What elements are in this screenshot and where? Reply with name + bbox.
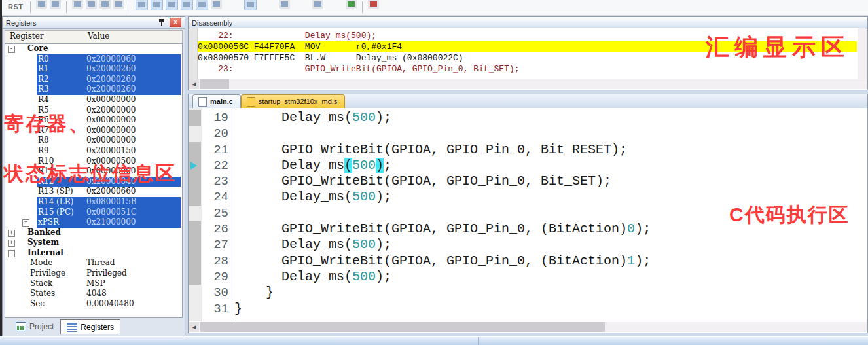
expand-icon[interactable]: + — [8, 240, 15, 247]
run-icon[interactable] — [50, 0, 61, 9]
register-row[interactable]: +Banked — [5, 228, 182, 238]
memory-window-icon[interactable] — [244, 0, 257, 10]
tab-startup-asm[interactable]: startup_stm32f10x_md.s — [241, 94, 345, 108]
expand-icon[interactable]: + — [22, 219, 29, 227]
register-name: R1 — [38, 64, 49, 75]
register-value: 0x20000660 — [86, 187, 136, 197]
register-row[interactable]: R13 (SP)0x20000660 — [5, 187, 182, 197]
editor-line[interactable]: 27 Delay_ms(500); — [189, 237, 858, 253]
register-row[interactable]: R14 (LR)0x0800015B — [5, 197, 182, 208]
scrollbar-thumb[interactable] — [200, 322, 605, 332]
collapse-icon[interactable]: - — [8, 46, 15, 53]
reset-button[interactable]: RST — [8, 3, 24, 10]
editor-line[interactable]: 21 GPIO_WriteBit(GPIOA, GPIO_Pin_0, Bit_… — [189, 142, 858, 158]
editor-line[interactable]: 29 Delay_ms(500); — [189, 269, 858, 285]
symbol-window-icon[interactable] — [166, 0, 178, 10]
register-row[interactable]: R40x00000000 — [5, 95, 182, 105]
download-icon[interactable] — [36, 0, 47, 9]
registers-column-header[interactable]: Register Value — [5, 30, 183, 43]
register-row[interactable]: PrivilegePrivileged — [5, 268, 182, 279]
register-name: R0 — [38, 54, 49, 65]
tab-registers-label: Registers — [81, 323, 114, 332]
step-out-icon[interactable] — [99, 0, 111, 9]
register-row[interactable]: -Internal — [5, 248, 182, 259]
scroll-left-icon[interactable]: ◄ — [189, 79, 199, 89]
close-icon[interactable]: x — [170, 18, 181, 27]
run-to-cursor-icon[interactable] — [113, 0, 124, 9]
system-viewer-icon[interactable] — [346, 0, 357, 9]
line-number: 19 — [202, 110, 228, 126]
register-row[interactable]: R30x20000260 — [5, 84, 182, 95]
line-number: 31 — [202, 301, 228, 317]
editor-line[interactable]: 28 GPIO_WriteBit(GPIOA, GPIO_Pin_0, (Bit… — [189, 253, 858, 269]
watch-window-icon[interactable] — [211, 0, 222, 9]
disassembly-line[interactable]: 23: GPIO_WriteBit(GPIOA, GPIO_Pin_0, Bit… — [198, 64, 857, 75]
step-into-icon[interactable] — [72, 0, 83, 9]
register-name: R14 (LR) — [38, 197, 74, 208]
register-row[interactable]: States4048 — [5, 289, 182, 299]
call-stack-icon[interactable] — [196, 0, 208, 10]
line-number: 24 — [202, 189, 228, 205]
register-row[interactable]: R15 (PC)0x0800051C — [5, 208, 182, 218]
editor-line[interactable]: 23 GPIO_WriteBit(GPIOA, GPIO_Pin_0, Bit_… — [189, 173, 858, 189]
register-name: R4 — [38, 95, 49, 105]
register-value: MSP — [86, 279, 105, 289]
project-icon — [16, 322, 26, 331]
line-number: 30 — [202, 285, 228, 300]
help-icon[interactable] — [368, 0, 379, 9]
code-text: GPIO_WriteBit(GPIOA, GPIO_Pin_0, (BitAct… — [234, 253, 651, 269]
scrollbar-thumb[interactable] — [200, 79, 229, 89]
editor-line[interactable]: 20 — [189, 126, 858, 141]
status-bar-divider — [478, 337, 479, 345]
register-value: 4048 — [86, 289, 107, 299]
code-text: Delay_ms(500); — [234, 269, 391, 285]
register-row[interactable]: ModeThread — [5, 258, 182, 268]
editor-line[interactable]: 22 Delay_ms(500); — [189, 158, 858, 173]
register-row[interactable]: +xPSR0x21000000 — [5, 217, 182, 228]
register-row[interactable]: Sec0.00040480 — [5, 299, 182, 310]
register-row[interactable]: StackMSP — [5, 279, 182, 289]
serial-window-icon[interactable] — [279, 0, 290, 9]
tab-project[interactable]: Project — [10, 319, 60, 334]
logic-analyzer-icon[interactable] — [312, 0, 323, 9]
register-value: 0x20000260 — [86, 75, 136, 85]
code-text: Delay_ms(500); — [234, 189, 391, 205]
editor-line[interactable]: 31} — [189, 301, 858, 317]
register-row[interactable]: R10x20000260 — [5, 64, 182, 75]
register-row[interactable]: R20x20000260 — [5, 75, 182, 85]
expand-icon[interactable]: + — [8, 230, 15, 237]
value-column-label: Value — [88, 31, 109, 41]
tab-registers[interactable]: Registers — [60, 319, 120, 334]
register-value: 0x20000060 — [86, 54, 136, 65]
disassembly-vertical-scrollbar[interactable] — [858, 28, 867, 79]
tab-project-label: Project — [29, 322, 54, 331]
code-margin-block — [189, 221, 201, 237]
registers-panel-titlebar: Registers x — [3, 17, 185, 29]
editor-line[interactable]: 30 } — [189, 285, 858, 300]
scroll-left-icon[interactable]: ◄ — [189, 322, 199, 332]
annotation-assembly-area: 汇编显示区 — [706, 31, 850, 64]
register-name: Stack — [30, 279, 52, 289]
register-value: 0x0800051C — [86, 208, 137, 218]
editor-horizontal-scrollbar[interactable]: ◄ — [189, 322, 867, 332]
register-name: R13 (SP) — [38, 187, 73, 197]
column-divider[interactable] — [84, 31, 84, 42]
disassembly-window-icon[interactable] — [151, 0, 163, 10]
disassembly-horizontal-scrollbar[interactable]: ◄ — [189, 79, 867, 89]
code-margin-block — [189, 110, 201, 126]
pin-icon[interactable] — [158, 18, 165, 27]
disassembly-breakpoint-margin[interactable] — [189, 28, 198, 79]
register-value: 0x0800015B — [86, 197, 137, 208]
annotation-c-code-area: C代码执行区 — [729, 202, 850, 228]
register-row[interactable]: -Core — [5, 44, 182, 54]
editor-line[interactable]: 19 Delay_ms(500); — [189, 110, 858, 126]
collapse-icon[interactable]: - — [8, 250, 15, 257]
command-window-icon[interactable] — [136, 0, 148, 10]
register-row[interactable]: +System — [5, 238, 182, 248]
register-row[interactable]: R00x20000060 — [5, 54, 182, 65]
tab-main-c[interactable]: main.c — [192, 94, 241, 108]
step-over-icon[interactable] — [86, 0, 97, 9]
registers-window-icon[interactable] — [181, 0, 193, 10]
register-value: 0x20000260 — [86, 64, 136, 75]
register-name: xPSR — [38, 217, 59, 228]
